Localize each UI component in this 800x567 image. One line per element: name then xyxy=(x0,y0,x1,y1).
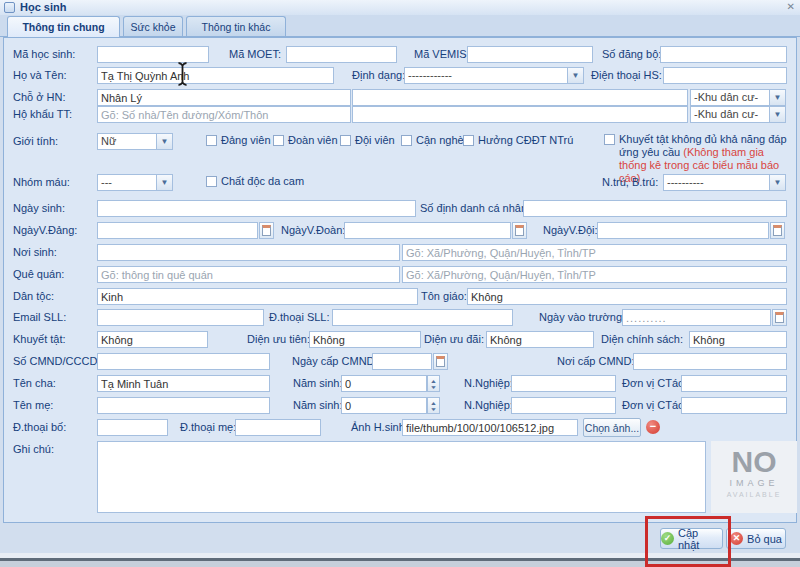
checkbox-huong-cddt-ntru[interactable]: Hưởng CĐĐT NTrú xyxy=(463,134,573,146)
nam-sinh-me-input[interactable] xyxy=(341,397,427,414)
remove-photo-icon[interactable]: − xyxy=(646,420,660,434)
nam-sinh-me-spinner[interactable]: ▲ ▼ xyxy=(427,397,440,414)
so-dinh-danh-input[interactable] xyxy=(523,200,787,217)
noi-sinh-xa-phuong-input[interactable] xyxy=(402,244,787,261)
checkbox-can-ngheo[interactable]: Cận nghèo xyxy=(401,134,470,146)
nhom-mau-select[interactable]: --- ▼ xyxy=(97,174,173,191)
n-nghiep-cha-label: N.Nghiệp: xyxy=(464,377,513,389)
don-vi-ctac-cha-label: Đơn vị CTác: xyxy=(622,377,687,389)
ngay-v-doi-input[interactable] xyxy=(597,222,769,239)
text-cursor-icon xyxy=(176,61,189,87)
window-titlebar: Học sinh ✕ xyxy=(0,0,800,15)
noi-cap-cmnd-label: Nơi cấp CMND: xyxy=(557,355,635,367)
gioi-tinh-value: Nữ xyxy=(101,135,116,147)
ton-giao-input[interactable] xyxy=(467,288,787,305)
ten-me-input[interactable] xyxy=(97,397,270,414)
cho-o-hn-detail-input[interactable] xyxy=(352,89,688,106)
cho-o-khu-dan-cu-select[interactable]: -Khu dân cư- ▼ xyxy=(690,89,786,106)
que-quan-xa-phuong-input[interactable] xyxy=(402,266,787,283)
cho-o-hn-input[interactable] xyxy=(97,89,351,106)
ma-vemis-label: Mã VEMIS: xyxy=(414,48,470,60)
bo-qua-button[interactable]: ✕ Bỏ qua xyxy=(726,528,786,549)
ten-me-label: Tên mẹ: xyxy=(13,399,53,411)
ngay-v-dang-label: NgàyV.Đảng: xyxy=(13,224,77,236)
x-icon: ✕ xyxy=(730,532,743,545)
dan-toc-input[interactable] xyxy=(97,288,418,305)
khu-dan-cu-value: -Khu dân cư- xyxy=(694,91,758,103)
checkbox-box xyxy=(401,135,412,146)
don-vi-ctac-cha-input[interactable] xyxy=(681,375,787,392)
spinner-down-icon: ▼ xyxy=(430,384,437,390)
d-thoai-me-input[interactable] xyxy=(235,419,321,436)
chevron-down-icon: ▼ xyxy=(769,107,785,122)
d-thoai-bo-input[interactable] xyxy=(97,419,168,436)
ma-hoc-sinh-input[interactable] xyxy=(97,46,209,63)
calendar-icon[interactable] xyxy=(259,222,274,239)
checkbox-chat-doc-da-cam[interactable]: Chất độc da cam xyxy=(206,175,304,187)
no-image-text: NO xyxy=(711,449,797,475)
ngay-vao-truong-label: Ngày vào trường: xyxy=(539,311,625,323)
dien-chinh-sach-input[interactable] xyxy=(689,331,787,348)
checkbox-doi-vien[interactable]: Đội viên xyxy=(340,134,395,146)
checkbox-doan-vien[interactable]: Đoàn viên xyxy=(273,134,338,146)
ngay-cap-cmnd-input[interactable] xyxy=(372,353,432,370)
ngay-v-dang-input[interactable] xyxy=(97,222,258,239)
ten-cha-input[interactable] xyxy=(97,375,270,392)
email-sll-label: Email SLL: xyxy=(13,311,66,323)
so-cmnd-input[interactable] xyxy=(97,353,270,370)
nam-sinh-cha-label: Năm sinh: xyxy=(293,377,343,389)
tab-thong-tin-chung[interactable]: Thông tin chung xyxy=(7,16,120,37)
nam-sinh-cha-spinner[interactable]: ▲ ▼ xyxy=(427,375,440,392)
calendar-icon[interactable] xyxy=(770,222,785,239)
checkbox-dang-vien[interactable]: Đảng viên xyxy=(206,134,271,146)
noi-cap-cmnd-input[interactable] xyxy=(633,353,787,370)
dien-uu-tien-input[interactable] xyxy=(309,331,421,348)
d-thoai-sll-input[interactable] xyxy=(332,309,513,326)
chevron-down-icon: ▼ xyxy=(567,68,583,83)
close-icon[interactable]: ✕ xyxy=(787,1,795,12)
gioi-tinh-label: Giới tính: xyxy=(13,135,58,147)
que-quan-input[interactable] xyxy=(97,266,400,283)
don-vi-ctac-me-input[interactable] xyxy=(681,397,787,414)
ho-khau-detail-input[interactable] xyxy=(352,106,688,123)
dinh-dang-select[interactable]: ------------ ▼ xyxy=(404,67,584,84)
ho-khau-khu-dan-cu-select[interactable]: -Khu dân cư- ▼ xyxy=(690,106,786,123)
ngay-v-doan-input[interactable] xyxy=(344,222,511,239)
ho-ten-input[interactable] xyxy=(97,67,334,84)
ten-cha-label: Tên cha: xyxy=(13,377,56,389)
so-dang-bo-input[interactable] xyxy=(660,46,787,63)
dan-toc-label: Dân tộc: xyxy=(13,290,54,302)
ngay-vao-truong-input[interactable] xyxy=(622,309,771,326)
ghi-chu-textarea[interactable] xyxy=(97,441,706,513)
dien-uu-dai-input[interactable] xyxy=(486,331,594,348)
calendar-icon[interactable] xyxy=(433,353,448,370)
no-image-placeholder: NO IMAGE AVAILABLE xyxy=(711,441,797,513)
noi-sinh-input[interactable] xyxy=(97,244,400,261)
anh-hsinh-path-input[interactable] xyxy=(402,419,578,436)
n-nghiep-cha-input[interactable] xyxy=(511,375,616,392)
gioi-tinh-select[interactable]: Nữ ▼ xyxy=(97,133,173,150)
ho-ten-label: Họ và Tên: xyxy=(13,69,67,81)
annotation-highlight-box xyxy=(645,516,731,567)
tab-thong-tin-khac[interactable]: Thông tin khác xyxy=(186,16,286,36)
ho-khau-tt-input[interactable] xyxy=(97,106,351,123)
dien-thoai-hs-input[interactable] xyxy=(663,67,787,84)
ngay-sinh-input[interactable] xyxy=(97,200,416,217)
calendar-icon[interactable] xyxy=(772,309,787,326)
n-nghiep-me-input[interactable] xyxy=(511,397,616,414)
chon-anh-button[interactable]: Chọn ảnh... xyxy=(583,418,641,437)
checkbox-box xyxy=(463,135,474,146)
tab-suc-khoe[interactable]: Sức khỏe xyxy=(123,16,183,36)
ma-vemis-input[interactable] xyxy=(467,46,593,63)
ma-moet-input[interactable] xyxy=(286,46,397,63)
ntru-btru-select[interactable]: ---------- ▼ xyxy=(663,174,786,191)
calendar-icon[interactable] xyxy=(512,222,527,239)
nam-sinh-me-label: Năm sinh: xyxy=(293,399,343,411)
khuyet-tat-input[interactable] xyxy=(97,331,208,348)
nam-sinh-cha-input[interactable] xyxy=(341,375,427,392)
d-thoai-bo-label: Đ.thoại bố: xyxy=(13,421,66,433)
ton-giao-label: Tôn giáo: xyxy=(421,290,467,302)
email-sll-input[interactable] xyxy=(97,309,264,326)
checkbox-box xyxy=(206,176,217,187)
checkbox-label: Hưởng CĐĐT NTrú xyxy=(478,134,573,146)
